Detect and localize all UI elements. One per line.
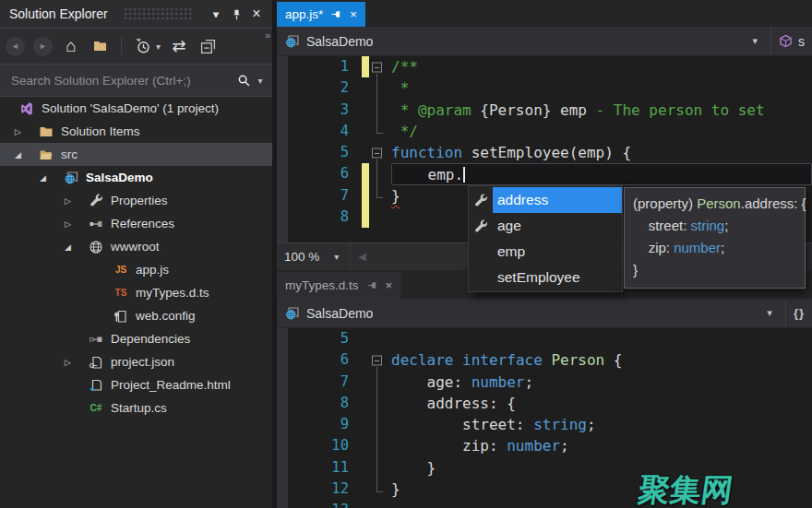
home-button[interactable]: ⌂ (61, 36, 81, 56)
solution-explorer-titlebar[interactable]: Solution Explorer ▾ × (0, 0, 272, 28)
code-line-9[interactable]: 9 street: string; (277, 414, 812, 435)
code-line-3[interactable]: 3 * @param {Person} emp - The person to … (277, 100, 812, 121)
solution-tree: Solution 'SalsaDemo' (1 project)▷Solutio… (0, 97, 272, 419)
tree-collapsed-arrow-icon[interactable]: ▷ (65, 358, 88, 367)
code-text: */ (391, 121, 812, 142)
collapse-box-icon[interactable]: – (372, 148, 382, 158)
completion-item-setemployee[interactable]: setEmployee (469, 265, 622, 290)
tree-collapsed-arrow-icon[interactable]: ▷ (15, 127, 38, 136)
tree-item-references[interactable]: ▷References (0, 212, 272, 235)
tree-item-dependencies[interactable]: Dependencies (0, 327, 272, 350)
toolbar-overflow-icon[interactable]: » (265, 30, 269, 41)
member-dropdown[interactable]: s (771, 34, 805, 49)
tab-pin-icon[interactable] (366, 279, 378, 291)
code-line-5[interactable]: 5 (277, 328, 812, 349)
fold-margin (369, 393, 391, 414)
json-icon (88, 355, 104, 370)
fold-margin[interactable]: – (369, 56, 391, 77)
completion-item-age[interactable]: age (469, 213, 622, 239)
code-text: declare interface Person { (391, 349, 812, 371)
code-line-7[interactable]: 7 age: number; (277, 372, 812, 393)
tree-collapsed-arrow-icon[interactable]: ▷ (65, 196, 88, 206)
fold-margin (369, 478, 391, 500)
code-line-6[interactable]: 6 emp. (277, 163, 812, 184)
code-line-8[interactable]: 8 address: { (277, 393, 812, 414)
navbar-chevron-icon[interactable]: ▾ (754, 307, 785, 319)
code-line-1[interactable]: 1–/** (277, 56, 812, 77)
line-number: 3 (288, 100, 362, 121)
config-icon (113, 309, 129, 324)
close-icon[interactable]: × (246, 4, 267, 24)
completion-icon-spacer (469, 239, 493, 265)
pin-icon[interactable] (226, 4, 246, 24)
pending-changes-filter-icon[interactable] (133, 36, 153, 56)
tab-mytypes[interactable]: myTypes.d.ts × (277, 272, 400, 299)
symbol-dropdown[interactable]: {} (786, 306, 805, 320)
tree-item-salsademo[interactable]: ◢SalsaDemo (0, 166, 272, 189)
code-line-5[interactable]: 5–function setEmployee(emp) { (277, 142, 812, 163)
code-text (391, 500, 812, 508)
project-icon (284, 34, 300, 49)
collapse-box-icon[interactable]: – (372, 62, 382, 72)
search-input[interactable] (9, 73, 233, 89)
project-dropdown[interactable]: SalsaDemo (306, 306, 373, 321)
bottom-navigation-bar: SalsaDemo ▾ {} (277, 299, 812, 328)
code-line-13[interactable]: 13 (277, 500, 812, 508)
tab-appjs[interactable]: app.js* × (277, 2, 365, 27)
search-options-chevron-icon[interactable]: ▾ (254, 70, 267, 90)
tree-item-label: References (111, 217, 174, 230)
tree-item-web-config[interactable]: web.config (0, 304, 272, 327)
filter-chevron-icon[interactable]: ▾ (156, 41, 161, 52)
tree-item-src[interactable]: ◢src (0, 143, 272, 166)
fold-margin[interactable]: – (369, 142, 391, 163)
tree-item-solution-salsademo-1-project[interactable]: Solution 'SalsaDemo' (1 project) (0, 97, 272, 120)
tree-item-wwwroot[interactable]: ◢wwwroot (0, 235, 272, 258)
sync-with-active-document-icon[interactable]: ⇄ (169, 36, 189, 56)
code-text: street: string; (391, 414, 812, 435)
tree-item-solution-items[interactable]: ▷Solution Items (0, 120, 272, 143)
tab-pin-icon[interactable] (330, 8, 342, 20)
tree-item-mytypes-d-ts[interactable]: TSmyTypes.d.ts (0, 281, 272, 304)
completion-item-address[interactable]: address (469, 187, 622, 213)
code-line-10[interactable]: 10 zip: number; (277, 435, 812, 456)
code-line-6[interactable]: 6–declare interface Person { (277, 349, 812, 371)
tree-item-properties[interactable]: ▷Properties (0, 189, 272, 212)
collapse-all-icon[interactable] (197, 36, 218, 56)
tree-collapsed-arrow-icon[interactable]: ▷ (65, 219, 88, 229)
collapse-box-icon[interactable]: – (372, 355, 382, 365)
tree-expanded-arrow-icon[interactable]: ◢ (40, 173, 63, 183)
code-line-2[interactable]: 2 * (277, 77, 812, 99)
tree-item-project-json[interactable]: ▷project.json (0, 350, 272, 373)
navbar-chevron-icon[interactable]: ▾ (739, 35, 770, 47)
line-marker-spacer (362, 435, 369, 456)
back-button[interactable]: ◄ (6, 37, 25, 56)
line-number: 11 (288, 457, 362, 478)
completion-item-emp[interactable]: emp (469, 239, 622, 265)
fold-margin[interactable]: – (369, 349, 391, 371)
window-position-chevron-icon[interactable]: ▾ (206, 4, 226, 24)
tree-expanded-arrow-icon[interactable]: ◢ (65, 242, 88, 252)
tree-item-project-readme-html[interactable]: Project_Readme.html (0, 373, 272, 396)
modified-line-marker (362, 163, 369, 184)
completion-label: emp (493, 239, 622, 265)
zoom-select[interactable]: 100 % ▾ (277, 243, 351, 270)
tree-expanded-arrow-icon[interactable]: ◢ (15, 150, 38, 159)
fold-margin (369, 77, 391, 99)
solution-explorer-toolbar: ◄ ► ⌂ ▾ ⇄ » (0, 28, 272, 65)
code-line-4[interactable]: 4 */ (277, 121, 812, 142)
toolbar-separator (121, 37, 122, 55)
code-editor-mytypes[interactable]: 聚集网 56–declare interface Person {7 age: … (277, 328, 812, 508)
tree-item-app-js[interactable]: JSapp.js (0, 258, 272, 281)
tree-item-label: web.config (136, 309, 196, 323)
zoom-chevron-icon: ▾ (334, 252, 339, 262)
tab-close-icon[interactable]: × (350, 7, 357, 21)
code-text: age: number; (391, 372, 812, 393)
tab-close-icon[interactable]: × (386, 278, 393, 292)
forward-button[interactable]: ► (33, 37, 53, 56)
fold-margin (369, 207, 391, 228)
project-dropdown[interactable]: SalsaDemo (306, 34, 373, 49)
new-folder-icon[interactable] (90, 36, 110, 56)
scroll-left-arrow-icon[interactable]: ◀ (351, 251, 365, 263)
search-icon[interactable] (233, 70, 254, 90)
tree-item-startup-cs[interactable]: C#Startup.cs (0, 396, 272, 419)
